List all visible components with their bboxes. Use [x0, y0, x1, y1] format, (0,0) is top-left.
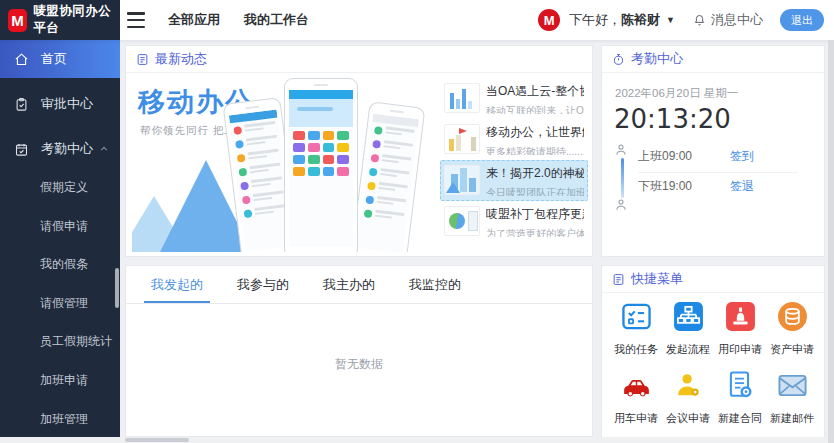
app-title: 唛盟协同办公平台	[33, 3, 120, 37]
quick-item-new-mail[interactable]: 新建邮件	[766, 369, 818, 426]
sidebar-item-home[interactable]: 首页	[0, 40, 120, 78]
quick-item-label: 用车申请	[614, 411, 658, 426]
news-subtitle: 移动互联的到来，让OA与云	[486, 104, 584, 114]
avatar[interactable]: M	[538, 9, 560, 31]
news-item[interactable]: 当OA遇上云-整个协同OA移动互联的到来，让OA与云	[440, 78, 588, 119]
flowchart-icon	[672, 300, 705, 333]
attendance-panel: 考勤中心 2022年06月20日 星期一 20:13:20 上班09:00 签到…	[601, 45, 825, 257]
news-thumbnail	[444, 206, 480, 236]
empty-state-text: 暂无数据	[126, 356, 592, 373]
horizontal-scrollbar-thumb[interactable]	[125, 438, 189, 442]
sidebar-scrollbar-thumb[interactable]	[115, 268, 119, 308]
quick-item-seal-apply[interactable]: 用印申请	[714, 300, 766, 357]
vertical-scrollbar[interactable]	[828, 40, 834, 443]
chevron-down-icon[interactable]: ▼	[666, 15, 675, 25]
news-title: 来！揭开2.0的神秘面纱~	[486, 165, 584, 182]
sidebar: 首页 审批中心 考勤中心 假期定义 请假申请 我的假条 请假管理 员工假期统计 …	[0, 40, 120, 443]
sidebar-subitem-leave-apply[interactable]: 请假申请	[0, 207, 120, 246]
header-right: M 下午好，陈裕财 ▼ 消息中心 退出	[538, 0, 824, 40]
quick-item-label: 会议申请	[666, 411, 710, 426]
check-in-row: 上班09:00 签到	[638, 148, 808, 165]
phone-mockup-center	[284, 78, 358, 252]
user-name: 陈裕财	[621, 12, 660, 27]
check-out-button[interactable]: 签退	[730, 178, 754, 195]
quick-item-vehicle-apply[interactable]: 用车申请	[610, 369, 662, 426]
person-icon	[614, 198, 628, 212]
tab-hosted-by-me[interactable]: 我主办的	[306, 266, 392, 303]
sidebar-item-label: 首页	[41, 50, 67, 68]
news-item[interactable]: 移动办公，让世界触手可更多精彩敬请期待........	[440, 119, 588, 160]
news-thumbnail	[444, 124, 480, 154]
sidebar-subitem-staff-holiday-stats[interactable]: 员工假期统计	[0, 322, 120, 361]
sidebar-subitem-leave-manage[interactable]: 请假管理	[0, 284, 120, 323]
news-subtitle: 更多精彩敬请期待........	[486, 145, 584, 155]
chevron-up-icon	[99, 144, 109, 154]
tasks-panel: 我发起的 我参与的 我主办的 我监控的 暂无数据	[125, 265, 593, 437]
nav-all-apps[interactable]: 全部应用	[168, 11, 220, 29]
logout-button[interactable]: 退出	[780, 9, 824, 31]
quick-item-my-tasks[interactable]: 我的任务	[610, 300, 662, 357]
quick-item-label: 新建合同	[718, 411, 762, 426]
quick-menu-grid: 我的任务 发起流程 用印申请 资产申请 用车申请 会议申请	[610, 300, 818, 426]
nav-my-workbench[interactable]: 我的工作台	[244, 11, 309, 29]
check-in-time: 上班09:00	[638, 148, 692, 165]
quick-item-start-process[interactable]: 发起流程	[662, 300, 714, 357]
attendance-panel-header: 考勤中心	[602, 46, 824, 73]
menu-toggle-icon[interactable]	[127, 12, 145, 28]
database-icon	[776, 300, 809, 333]
brand[interactable]: M 唛盟协同办公平台	[0, 0, 120, 40]
quick-item-asset-apply[interactable]: 资产申请	[766, 300, 818, 357]
car-icon	[620, 369, 653, 402]
top-header: M 唛盟协同办公平台 全部应用 我的工作台 M 下午好，陈裕财 ▼ 消息中心 退…	[0, 0, 834, 40]
brand-logo-icon: M	[8, 9, 27, 32]
quick-menu-header: 快捷菜单	[602, 266, 824, 293]
quick-item-new-contract[interactable]: 新建合同	[714, 369, 766, 426]
sidebar-submenu: 假期定义 请假申请 我的假条 请假管理 员工假期统计 加班申请 加班管理	[0, 168, 120, 438]
quick-item-label: 发起流程	[666, 342, 710, 357]
news-subtitle: 为了营造更好的客户体验，唛	[486, 227, 584, 237]
sidebar-subitem-my-leave[interactable]: 我的假条	[0, 245, 120, 284]
stopwatch-icon	[612, 53, 625, 66]
quick-item-label: 资产申请	[770, 342, 814, 357]
message-center[interactable]: 消息中心	[692, 11, 763, 29]
sidebar-item-label: 考勤中心	[41, 140, 93, 158]
news-panel-header: 最新动态	[126, 46, 592, 73]
horizontal-scrollbar[interactable]	[0, 437, 834, 443]
quick-menu-title: 快捷菜单	[631, 270, 683, 288]
news-title: 当OA遇上云-整个协同OA	[486, 83, 584, 100]
user-greeting[interactable]: 下午好，陈裕财	[569, 11, 660, 29]
news-thumbnail	[444, 165, 480, 195]
top-nav: 全部应用 我的工作台	[168, 0, 309, 40]
stamp-icon	[724, 300, 757, 333]
check-out-time: 下班19:00	[638, 178, 692, 195]
tab-initiated-by-me[interactable]: 我发起的	[134, 266, 220, 303]
document-icon	[136, 53, 149, 66]
bell-icon	[692, 13, 707, 28]
tab-participated-by-me[interactable]: 我参与的	[220, 266, 306, 303]
sidebar-subitem-holiday-define[interactable]: 假期定义	[0, 168, 120, 207]
news-item-highlighted[interactable]: 来！揭开2.0的神秘面纱~今日唛盟团队正在加班加点,	[440, 160, 588, 201]
contract-icon	[724, 369, 757, 402]
news-title: 唛盟补丁包程序更新	[486, 206, 584, 223]
phone-mockup-right	[351, 101, 426, 252]
tab-monitored-by-me[interactable]: 我监控的	[392, 266, 478, 303]
meeting-person-icon	[672, 369, 705, 402]
sidebar-subitem-overtime-manage[interactable]: 加班管理	[0, 400, 120, 439]
sidebar-item-label: 审批中心	[41, 95, 93, 113]
quick-item-label: 我的任务	[614, 342, 658, 357]
sidebar-subitem-overtime-apply[interactable]: 加班申请	[0, 361, 120, 400]
news-item[interactable]: 唛盟补丁包程序更新为了营造更好的客户体验，唛	[440, 201, 588, 242]
check-out-row: 下班19:00 签退	[638, 178, 808, 195]
sidebar-item-attendance[interactable]: 考勤中心	[0, 130, 120, 168]
quick-item-meeting-apply[interactable]: 会议申请	[662, 369, 714, 426]
message-center-label: 消息中心	[711, 11, 763, 29]
check-in-button[interactable]: 签到	[730, 148, 754, 165]
task-list-icon	[620, 300, 653, 333]
home-icon	[14, 52, 29, 67]
news-list: 当OA遇上云-整个协同OA移动互联的到来，让OA与云 移动办公，让世界触手可更多…	[440, 78, 588, 242]
quick-item-label: 新建邮件	[770, 411, 814, 426]
sidebar-item-approval[interactable]: 审批中心	[0, 85, 120, 123]
tasks-tabbar: 我发起的 我参与的 我主办的 我监控的	[126, 266, 592, 304]
mobile-office-banner[interactable]: 移动办公 帮你领先同行 把工作带出办公室	[132, 76, 436, 252]
attendance-panel-title: 考勤中心	[631, 50, 683, 68]
